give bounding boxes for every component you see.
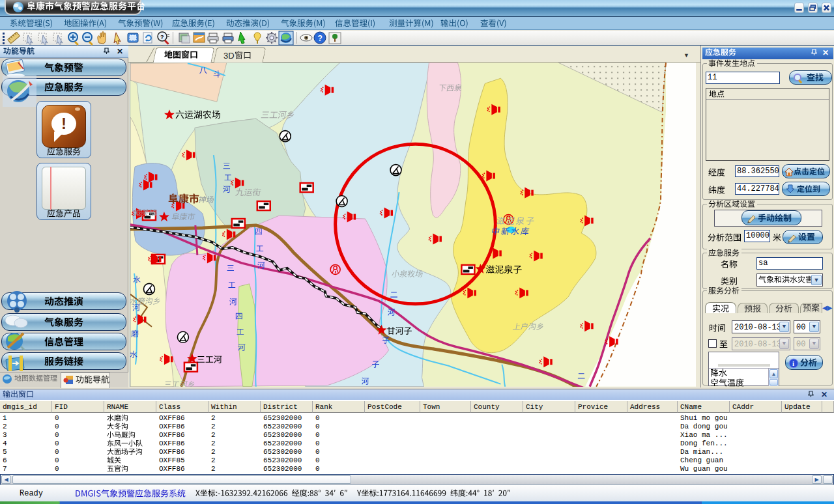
svg-text:?: ? (160, 34, 164, 40)
svg-text:?: ? (318, 34, 323, 43)
svg-text:i: i (792, 359, 794, 367)
